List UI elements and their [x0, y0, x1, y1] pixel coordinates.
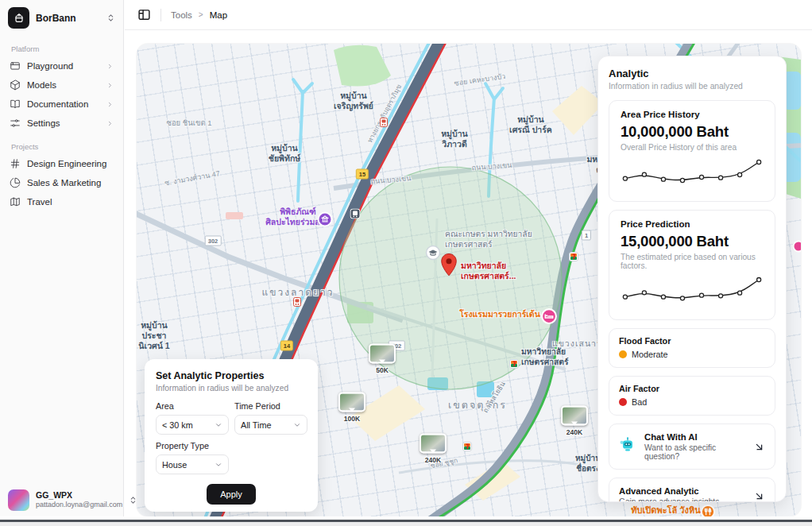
sidebar-item-travel[interactable]: Travel — [0, 192, 123, 211]
area-price-history-card: Area Price History 10,000,000 Baht Overa… — [609, 100, 775, 202]
sidebar-item-label: Travel — [27, 197, 52, 207]
sidebar-item-label: Playground — [27, 61, 73, 71]
sidebar-item-label: Settings — [27, 118, 60, 128]
set-analytic-properties-panel: Set Analytic Properties Information in r… — [145, 359, 318, 512]
flood-status-dot — [619, 350, 627, 358]
flood-status: Moderate — [632, 350, 668, 359]
listing-photo[interactable] — [338, 392, 365, 412]
sidebar-item-sales-marketing[interactable]: Sales & Marketing — [0, 173, 123, 192]
analytic-panel: Analytic Information in radius will be a… — [597, 56, 787, 502]
breadcrumb-separator: > — [199, 10, 203, 19]
models-icon — [10, 79, 21, 91]
listing-photo[interactable] — [420, 433, 447, 453]
property-type-select[interactable]: House — [156, 454, 229, 474]
listing-marker-50k[interactable]: 50K — [369, 343, 396, 374]
card-title: Air Factor — [619, 384, 765, 393]
card-title: Flood Factor — [619, 336, 765, 346]
sidebar-item-models[interactable]: Models — [0, 75, 123, 95]
listing-marker-240k[interactable]: 240K — [420, 433, 447, 464]
workspace-switcher[interactable]: BorBann — [0, 0, 123, 35]
user-email: pattadon.loyna@gmail.com — [36, 501, 122, 509]
listing-price-label: 240K — [425, 456, 441, 464]
price-prediction-value: 15,000,000 Baht — [621, 233, 764, 250]
map-icon — [10, 196, 21, 207]
analytic-title: Analytic — [609, 68, 775, 79]
advanced-analytic-card[interactable]: Advanced Analytic Gain more advance insi… — [609, 478, 775, 502]
card-subtitle: Want to ask specific question? — [644, 443, 745, 461]
chevron-down-icon — [293, 421, 301, 429]
divider — [160, 9, 161, 21]
listing-price-label: 50K — [376, 366, 389, 374]
apply-button[interactable]: Apply — [207, 484, 256, 505]
card-title: Price Prediction — [621, 219, 764, 229]
sidebar-section-label: Platform — [0, 35, 123, 56]
air-status-dot — [619, 398, 627, 406]
chevron-right-icon — [106, 63, 114, 70]
sidebar-sections: PlatformPlaygroundModelsDocumentationSet… — [0, 35, 123, 211]
chevron-down-icon — [215, 421, 222, 429]
field-time-period: Time PeriodAll Time — [234, 401, 307, 435]
map-canvas[interactable]: ซอย ชินเขต 1หมู่บ้าน เจริญทรัพย์หมู่บ้าน… — [137, 44, 801, 516]
sidebar-item-settings[interactable]: Settings — [0, 114, 123, 133]
chevron-right-icon — [106, 101, 114, 108]
analytic-subtitle: Information in radius will be analyzed — [609, 82, 775, 91]
settings-icon — [10, 118, 21, 129]
field-label: Time Period — [234, 401, 307, 411]
area-select[interactable]: < 30 km — [156, 415, 229, 435]
robot-icon — [619, 436, 636, 457]
hash-icon — [10, 158, 21, 169]
sidebar-toggle-icon[interactable] — [137, 8, 151, 21]
arrow-down-right-icon[interactable] — [753, 441, 765, 453]
field-area: Area< 30 km — [156, 401, 229, 435]
card-title: Advanced Analytic — [619, 486, 719, 496]
price-prediction-sparkline — [621, 273, 764, 310]
card-title: Chat With AI — [644, 432, 745, 442]
field-label: Property Type — [156, 441, 229, 451]
user-menu[interactable]: GG_WPX pattadon.loyna@gmail.com — [0, 482, 123, 519]
app-window: BorBann PlatformPlaygroundModelsDocument… — [0, 0, 812, 526]
borbann-logo-icon — [8, 7, 29, 29]
playground-icon — [10, 60, 21, 72]
avatar — [8, 489, 29, 511]
breadcrumb-tools[interactable]: Tools — [171, 10, 192, 20]
time-period-select[interactable]: All Time — [234, 415, 307, 435]
sidebar-section-label: Projects — [0, 133, 123, 154]
listing-photo[interactable] — [561, 405, 588, 425]
breadcrumb-map: Map — [210, 10, 227, 20]
sidebar-item-documentation[interactable]: Documentation — [0, 95, 123, 114]
card-title: Area Price History — [621, 110, 764, 119]
price-prediction-card: Price Prediction 15,000,000 Baht The est… — [609, 210, 775, 320]
sidebar-item-playground[interactable]: Playground — [0, 56, 123, 75]
sidebar: BorBann PlatformPlaygroundModelsDocument… — [0, 0, 124, 519]
select-value: All Time — [241, 420, 271, 430]
listing-photo[interactable] — [369, 343, 396, 363]
breadcrumb: Tools > Map — [171, 10, 227, 20]
arrow-down-right-icon[interactable] — [753, 490, 765, 502]
chat-with-ai-card[interactable]: Chat With AI Want to ask specific questi… — [609, 424, 775, 470]
sidebar-item-label: Sales & Marketing — [27, 178, 101, 188]
field-property-type: Property TypeHouse — [156, 441, 229, 474]
price-history-value: 10,000,000 Baht — [621, 123, 764, 141]
bottom-edge — [0, 522, 812, 526]
sidebar-item-design-engineering[interactable]: Design Engineering — [0, 154, 123, 173]
topbar: Tools > Map — [125, 0, 812, 30]
sidebar-item-label: Models — [27, 80, 56, 90]
listing-marker-100k[interactable]: 100K — [338, 392, 365, 423]
properties-title: Set Analytic Properties — [156, 370, 307, 381]
app-name: BorBann — [36, 13, 76, 24]
price-history-sparkline — [621, 155, 764, 191]
air-factor-card: Air Factor Bad — [609, 376, 775, 416]
flood-factor-card: Flood Factor Moderate — [609, 328, 775, 368]
card-subtitle: Gain more advance insights — [619, 497, 719, 502]
field-label: Area — [156, 401, 229, 411]
chevron-right-icon — [106, 82, 114, 89]
listing-price-label: 240K — [566, 428, 582, 436]
sidebar-item-label: Documentation — [27, 99, 88, 109]
sidebar-item-label: Design Engineering — [27, 159, 106, 168]
docs-icon — [10, 99, 21, 110]
listing-marker-240k[interactable]: 240K — [561, 405, 588, 436]
select-value: < 30 km — [162, 420, 193, 430]
listing-price-label: 100K — [344, 415, 360, 423]
chevrons-up-down-icon — [106, 14, 115, 22]
chevron-down-icon — [215, 461, 222, 469]
